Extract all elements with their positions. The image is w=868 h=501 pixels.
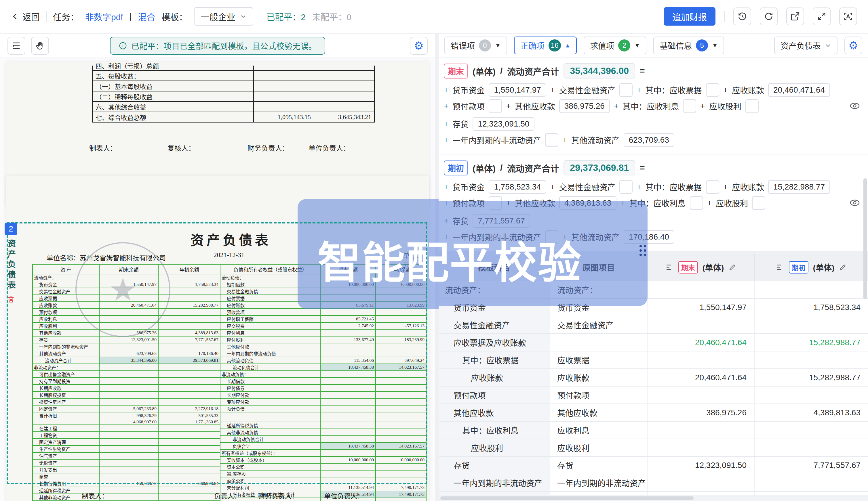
outline-tool-button[interactable] — [8, 37, 25, 55]
item-value-box[interactable]: 386,975.26 — [559, 99, 610, 113]
filter-correct[interactable]: 正确项 16 ▲ — [514, 36, 577, 54]
template-select[interactable]: 一般企业 — [194, 7, 253, 25]
bs-row: 其他流动资产623,709.63170,186.40 — [32, 350, 220, 357]
back-chevron-icon — [11, 12, 20, 21]
income-item-name: （一）基本每股收益 — [92, 81, 253, 91]
back-button[interactable]: 返回 — [11, 10, 40, 23]
cell-original-item: 应收利息 — [550, 422, 648, 439]
signature-label: 财务负责人： — [259, 491, 298, 500]
table-row[interactable]: 应收股利应收股利 — [439, 439, 868, 457]
item-value-box[interactable] — [745, 99, 759, 113]
item-value-box[interactable]: 1,550,147.97 — [489, 83, 546, 97]
horizontal-scrollbar[interactable] — [439, 495, 868, 501]
item-label: 其中：应收利息 — [623, 100, 679, 112]
caret-down-icon: ▼ — [712, 42, 718, 49]
task-name-link[interactable]: 非数字pdf — [85, 10, 123, 23]
item-value-box[interactable] — [545, 133, 558, 147]
table-row[interactable]: 应收票据及应收账款20,460,471.6415,282,988.77 — [439, 334, 868, 351]
cell-begin-value: 15,282,988.77 — [755, 369, 868, 386]
item-value-box[interactable]: 12,323,091.50 — [473, 117, 534, 131]
ocr-recognize-button[interactable] — [839, 8, 857, 25]
header-begin-period[interactable]: 期初 (单体) — [755, 254, 868, 281]
fullscreen-button[interactable] — [813, 8, 830, 25]
item-value-box[interactable]: 15,282,988.77 — [768, 180, 830, 194]
list-icon[interactable] — [665, 263, 674, 271]
sheet-side-tab[interactable]: 2 资产负债表 — [3, 223, 18, 304]
item-value-box[interactable] — [619, 180, 632, 194]
bs-item-name: 应付职工薪酬 — [220, 316, 320, 322]
cell-original-item — [550, 334, 648, 351]
delete-sheet-button[interactable] — [7, 295, 15, 304]
table-row[interactable]: 应收账款应收账款20,460,471.6415,282,988.77 — [439, 369, 868, 386]
table-body: 流动资产：流动资产：货币资金货币资金1,550,147.971,758,523.… — [439, 281, 868, 501]
history-button[interactable] — [733, 8, 751, 25]
filter-errors[interactable]: 错误项 0 ▼ — [445, 36, 507, 54]
task-mode-link[interactable]: 混合 — [138, 10, 155, 23]
table-row[interactable]: 存货存货12,323,091.507,771,557.67 — [439, 457, 868, 474]
item-value-box[interactable] — [619, 83, 632, 97]
bs-item-name: 非流动负债合计 — [220, 436, 320, 443]
item-value-box[interactable] — [489, 99, 502, 113]
cell-template-subject: 其中：应收票据 — [439, 351, 550, 369]
edit-pencil-icon[interactable] — [729, 263, 736, 271]
bs-item-name: 流动负债合计 — [220, 364, 320, 371]
bs-begin-value — [376, 417, 426, 422]
cell-begin-value — [755, 386, 868, 404]
plus-sign: + — [506, 102, 511, 111]
edit-pencil-icon[interactable] — [839, 263, 847, 271]
table-row[interactable]: 其他应收款其他应收款386,975.264,389,813.63 — [439, 404, 868, 422]
bs-begin-value — [376, 412, 426, 417]
item-value-box[interactable] — [706, 180, 719, 194]
formula-token: +一年内到期的非流动资产 — [444, 133, 558, 147]
bs-end-value — [99, 343, 158, 350]
total-value[interactable]: 35,344,396.00 — [564, 63, 635, 78]
bs-item-name: 减:库存股 — [220, 470, 320, 477]
export-button[interactable] — [786, 8, 804, 25]
filter-evaluated[interactable]: 求值项 2 ▼ — [584, 36, 646, 54]
cell-begin-value — [755, 316, 868, 333]
bs-row: 非流动资产： — [32, 364, 220, 371]
refresh-button[interactable] — [760, 8, 778, 25]
list-icon[interactable] — [776, 263, 784, 271]
hand-icon — [35, 41, 45, 51]
table-row[interactable]: 其中：应收利息应收利息 — [439, 422, 868, 439]
table-row[interactable]: 交易性金融资产交易性金融资产 — [439, 316, 868, 334]
info-icon — [118, 41, 127, 50]
item-value-box[interactable] — [752, 196, 765, 210]
cell-begin-value: 4,389,813.63 — [755, 404, 868, 421]
doc-settings-button[interactable]: ⚙ — [410, 37, 428, 55]
filter-basic-info[interactable]: 基础信息 5 ▼ — [653, 36, 724, 54]
mapping-settings-button[interactable]: ⚙ — [844, 36, 862, 54]
table-row[interactable]: 预付款项预付款项 — [439, 386, 868, 404]
cell-original-item: 应收账款 — [550, 369, 648, 386]
back-label: 返回 — [22, 10, 40, 23]
income-row: （一）基本每股收益 — [92, 81, 374, 91]
scope-label: (单体) — [473, 162, 495, 174]
item-value-box[interactable]: 1,758,523.34 — [489, 180, 546, 194]
eye-toggle[interactable] — [849, 100, 860, 111]
item-value-box[interactable]: 623,709.63 — [624, 133, 674, 147]
formula-token: +应收股利 — [700, 99, 759, 113]
scrollbar-thumb[interactable] — [440, 497, 693, 500]
add-report-button[interactable]: 追加财报 — [664, 7, 715, 25]
drag-handle-dots[interactable] — [639, 245, 646, 256]
bs-row: 长期待摊费用159,669.72368,908.64 — [32, 480, 220, 487]
header-end-period[interactable]: 期末 (单体) — [648, 254, 755, 281]
sheet-type-select[interactable]: 资产负债表 — [774, 36, 837, 54]
balance-status-alert: 已配平：项目已全部匹配到模板，且公式校验无误。 — [110, 37, 325, 55]
pan-tool-button[interactable] — [31, 37, 49, 55]
formula-token: +应收股利 — [707, 196, 765, 210]
vertical-scrollbar[interactable] — [864, 178, 867, 299]
item-value-box[interactable] — [690, 196, 703, 210]
bs-begin-value — [158, 392, 220, 398]
eye-toggle[interactable] — [849, 197, 860, 209]
table-row[interactable]: 一年内到期的非流动资产一年内到期的非流动资产 — [439, 474, 868, 492]
period-begin-badge: 期初 — [444, 160, 468, 175]
total-value[interactable]: 29,373,069.81 — [564, 160, 635, 175]
refresh-icon — [764, 11, 774, 22]
item-value-box[interactable] — [706, 83, 719, 97]
bs-item-name: 长期待摊费用 — [32, 480, 99, 487]
item-value-box[interactable]: 20,460,471.64 — [768, 83, 830, 97]
item-value-box[interactable] — [683, 99, 696, 113]
table-row[interactable]: 其中：应收票据应收票据 — [439, 351, 868, 369]
